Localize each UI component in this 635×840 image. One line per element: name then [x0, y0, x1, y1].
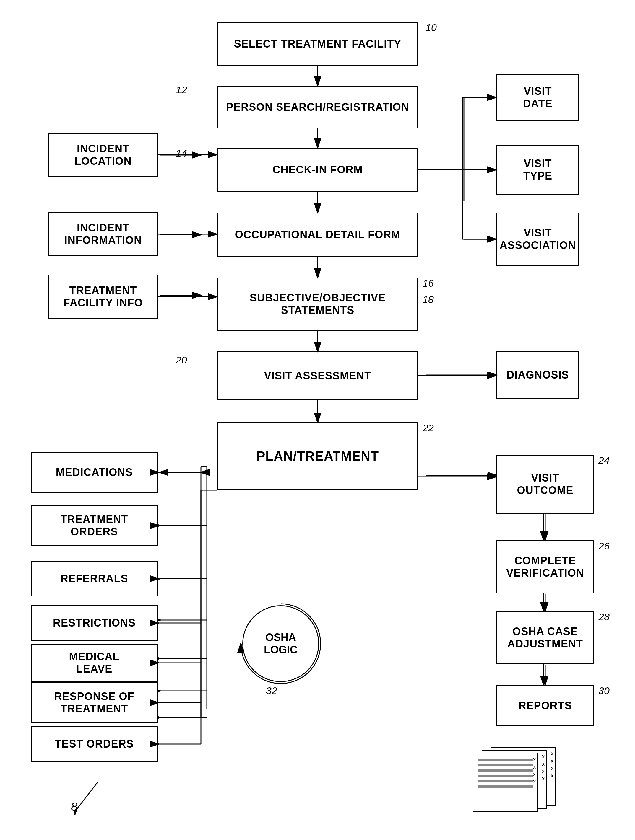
medications-label: MEDICATIONS — [56, 466, 133, 478]
visit-assessment-box: VISIT ASSESSMENT — [217, 351, 418, 400]
visit-type-box: VISIT TYPE — [496, 145, 579, 195]
checkin-form-label: CHECK-IN FORM — [273, 164, 363, 176]
diagnosis-box: DIAGNOSIS — [496, 351, 579, 399]
plan-treatment-label: PLAN/TREATMENT — [257, 449, 379, 464]
person-search-label: PERSON SEARCH/REGISTRATION — [226, 101, 409, 114]
label-28: 28 — [599, 611, 610, 623]
complete-verification-box: COMPLETE VERIFICATION — [496, 540, 594, 594]
visit-association-box: VISIT ASSOCIATION — [496, 213, 579, 266]
label-8-arrow — [74, 780, 109, 815]
visit-assessment-label: VISIT ASSESSMENT — [264, 369, 371, 382]
restrictions-label: RESTRICTIONS — [53, 617, 136, 629]
select-treatment-facility-label: SELECT TREATMENT FACILITY — [234, 38, 401, 50]
medical-leave-box: MEDICAL LEAVE — [31, 644, 158, 682]
test-orders-box: TEST ORDERS — [31, 726, 158, 762]
reports-box: REPORTS — [496, 685, 594, 726]
treatment-orders-box: TREATMENT ORDERS — [31, 505, 158, 546]
label-26: 26 — [599, 540, 610, 552]
osha-case-adjustment-box: OSHA CASE ADJUSTMENT — [496, 611, 594, 664]
label-32: 32 — [266, 685, 277, 696]
referrals-box: REFERRALS — [31, 561, 158, 597]
label-12: 12 — [176, 84, 187, 96]
label-22: 22 — [423, 422, 434, 434]
incident-location-label: INCIDENT LOCATION — [74, 143, 131, 167]
visit-outcome-box: VISIT OUTCOME — [496, 455, 594, 514]
visit-outcome-label: VISIT OUTCOME — [517, 472, 573, 497]
label-30: 30 — [599, 685, 610, 696]
checkin-form-box: CHECK-IN FORM — [217, 148, 418, 192]
referrals-label: REFERRALS — [60, 573, 128, 585]
label-20: 20 — [176, 354, 187, 366]
treatment-orders-label: TREATMENT ORDERS — [60, 513, 128, 538]
medical-leave-label: MEDICAL LEAVE — [69, 651, 120, 675]
osha-circle-arrows — [236, 599, 325, 688]
occupational-detail-box: OCCUPATIONAL DETAIL FORM — [217, 213, 418, 257]
occupational-detail-label: OCCUPATIONAL DETAIL FORM — [235, 229, 401, 241]
incident-location-box: INCIDENT LOCATION — [49, 133, 158, 177]
diagnosis-label: DIAGNOSIS — [507, 369, 569, 381]
incident-information-box: INCIDENT INFORMATION — [49, 212, 158, 256]
test-orders-label: TEST ORDERS — [55, 738, 133, 750]
subjective-objective-label: SUBJECTIVE/OBJECTIVE STATEMENTS — [250, 292, 386, 316]
label-14: 14 — [176, 148, 187, 159]
label-18: 18 — [423, 294, 434, 305]
response-of-treatment-box: RESPONSE OF TREATMENT — [31, 682, 158, 723]
svg-line-35 — [77, 782, 98, 809]
label-16: 16 — [423, 278, 434, 289]
reports-label: REPORTS — [518, 699, 572, 712]
plan-treatment-box: PLAN/TREATMENT — [217, 422, 418, 490]
visit-type-label: VISIT TYPE — [523, 157, 552, 182]
restrictions-box: RESTRICTIONS — [31, 605, 158, 641]
visit-date-box: VISIT DATE — [496, 74, 579, 121]
response-of-treatment-label: RESPONSE OF TREATMENT — [54, 690, 134, 715]
treatment-facility-info-box: TREATMENT FACILITY INFO — [49, 275, 158, 319]
visit-association-label: VISIT ASSOCIATION — [500, 227, 576, 251]
osha-case-adjustment-label: OSHA CASE ADJUSTMENT — [507, 625, 583, 650]
diagram-container: SELECT TREATMENT FACILITY 10 12 PERSON S… — [0, 0, 635, 840]
treatment-facility-info-label: TREATMENT FACILITY INFO — [63, 284, 143, 309]
person-search-box: PERSON SEARCH/REGISTRATION — [217, 85, 418, 128]
visit-date-label: VISIT DATE — [523, 85, 552, 110]
complete-verification-label: COMPLETE VERIFICATION — [506, 554, 584, 579]
incident-information-label: INCIDENT INFORMATION — [65, 222, 142, 246]
select-treatment-facility-box: SELECT TREATMENT FACILITY — [217, 22, 418, 66]
subjective-objective-box: SUBJECTIVE/OBJECTIVE STATEMENTS — [217, 278, 418, 331]
label-24: 24 — [599, 455, 610, 466]
label-10: 10 — [426, 22, 437, 33]
medications-box: MEDICATIONS — [31, 452, 158, 493]
